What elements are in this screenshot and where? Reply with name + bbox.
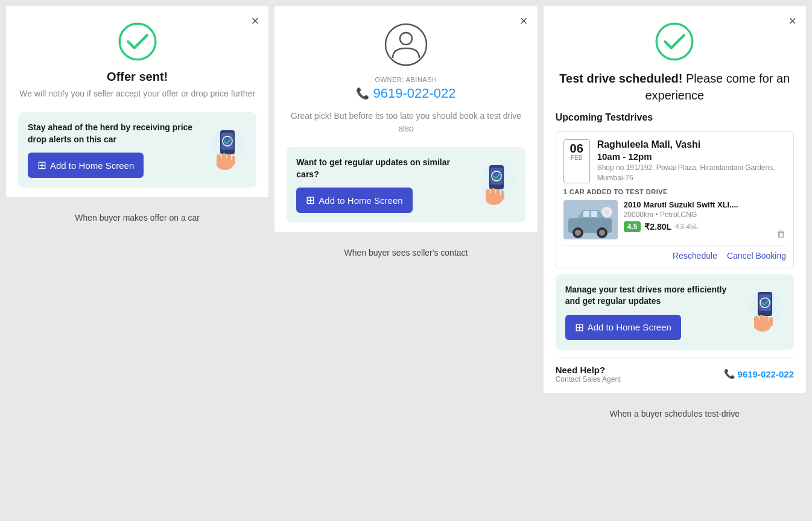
car-added-label: 1 CAR ADDED TO TEST DRIVE [563, 188, 786, 195]
promo-text-panel2: Want to get regular updates on similar c… [296, 157, 461, 180]
car-price: ₹2.80L [644, 222, 671, 232]
reschedule-link[interactable]: Reschedule [673, 251, 717, 260]
upcoming-label: Upcoming Testdrives [556, 112, 794, 123]
cancel-booking-link[interactable]: Cancel Booking [727, 251, 786, 260]
svg-rect-20 [501, 191, 504, 200]
owner-icon-area [287, 21, 525, 69]
plus-icon-panel3: ⊞ [575, 321, 584, 334]
svg-rect-3 [221, 133, 233, 150]
delete-icon[interactable]: 🗑 [776, 229, 786, 239]
panel-testdrive: × Test drive scheduled! Please come for … [544, 6, 806, 393]
caption-panel3: When a buyer schedules test-drive [544, 403, 806, 418]
car-thumbnail: ♡ [563, 200, 618, 239]
check-circle-icon [116, 21, 159, 63]
close-button-panel2[interactable]: × [520, 14, 528, 28]
close-button-panel1[interactable]: × [251, 14, 259, 28]
svg-rect-17 [486, 189, 490, 201]
plus-icon-panel1: ⊞ [37, 159, 46, 172]
svg-point-11 [400, 33, 412, 45]
testdrive-location-card: 06 FEB Raghuleela Mall, Vashi 10am - 12p… [556, 131, 794, 268]
svg-text:♡: ♡ [604, 209, 609, 216]
svg-point-0 [119, 24, 156, 60]
phone-icon-panel3: 📞 [724, 368, 735, 379]
help-subtitle: Contact Sales Agent [556, 375, 621, 384]
testdrive-icon-area [556, 21, 794, 63]
add-home-button-panel2[interactable]: ⊞ Add to Home Screen [296, 188, 412, 213]
svg-point-29 [599, 230, 605, 236]
svg-rect-8 [227, 154, 231, 165]
promo-banner-panel2: Want to get regular updates on similar c… [287, 147, 525, 223]
date-badge: 06 FEB [563, 139, 590, 183]
svg-rect-37 [754, 316, 759, 328]
svg-rect-19 [496, 189, 500, 200]
svg-rect-38 [760, 315, 764, 328]
promo-banner-panel3: Manage your test drives more efficiently… [556, 274, 794, 350]
owner-avatar-icon [382, 21, 430, 69]
help-title: Need Help? [556, 365, 621, 375]
check-circle-icon-panel3 [653, 21, 696, 63]
offer-sent-title: Offer sent! [18, 70, 256, 84]
location-name: Raghuleela Mall, Vashi [597, 139, 786, 150]
close-button-panel3[interactable]: × [788, 14, 796, 28]
contact-subtitle: Great pick! But before its too late you … [287, 110, 525, 135]
caption-panel1: When buyer makes offer on a car [6, 207, 268, 223]
car-rating: 4.5 [624, 221, 641, 232]
location-time: 10am - 12pm [597, 151, 786, 162]
phone-hand-illustration-panel2 [468, 158, 516, 212]
phone-link[interactable]: 📞 9619-022-022 [287, 86, 525, 101]
svg-rect-24 [583, 211, 589, 217]
phone-hand-illustration-panel3 [736, 285, 784, 339]
plus-icon-panel2: ⊞ [306, 194, 315, 207]
location-addr: Shop no 191/192, Powai Plaza, Hirandanda… [597, 163, 786, 183]
panel-seller-contact: × OWNER: ABINASH 📞 9619-022-022 Great pi… [274, 6, 537, 232]
svg-rect-9 [232, 156, 235, 165]
phone-icon-panel2: 📞 [356, 87, 369, 100]
svg-rect-18 [491, 188, 495, 201]
car-price-old: ₹3.45L [675, 223, 698, 231]
car-specs: 20000km • Petrol,CNG [624, 210, 786, 219]
help-section: Need Help? Contact Sales Agent 📞 9619-02… [556, 357, 794, 384]
promo-text-panel3: Manage your test drives more efficiently… [565, 284, 730, 308]
svg-rect-39 [764, 316, 769, 327]
help-phone[interactable]: 📞 9619-022-022 [724, 368, 794, 379]
promo-banner-panel1: Stay ahead of the herd by receiving pric… [18, 112, 256, 188]
offer-sent-icon-area [18, 21, 256, 63]
svg-rect-6 [217, 154, 221, 166]
add-home-button-panel1[interactable]: ⊞ Add to Home Screen [28, 153, 144, 178]
car-name: 2010 Maruti Suzuki Swift XLI.... [624, 200, 786, 209]
svg-rect-40 [769, 317, 773, 326]
svg-point-27 [575, 230, 581, 236]
offer-sent-subtitle: We will notify you if seller accept your… [18, 87, 256, 100]
car-item: ♡ 2010 Maruti Suzuki Swift XLI.... 20000… [563, 200, 786, 239]
add-home-button-panel3[interactable]: ⊞ Add to Home Screen [565, 315, 681, 340]
svg-rect-34 [759, 294, 771, 311]
svg-rect-25 [591, 211, 597, 217]
svg-rect-7 [222, 153, 226, 166]
testdrive-title: Test drive scheduled! Please come for an… [556, 70, 794, 104]
caption-panel2: When buyer sees seller's contact [274, 242, 537, 257]
phone-hand-illustration-panel1 [198, 123, 247, 177]
panel-offer-sent: × Offer sent! We will notify you if sell… [6, 6, 268, 197]
svg-rect-14 [490, 168, 503, 185]
svg-point-21 [657, 24, 693, 60]
owner-label: OWNER: ABINASH [287, 76, 525, 83]
promo-text-panel1: Stay ahead of the herd by receiving pric… [28, 122, 192, 145]
